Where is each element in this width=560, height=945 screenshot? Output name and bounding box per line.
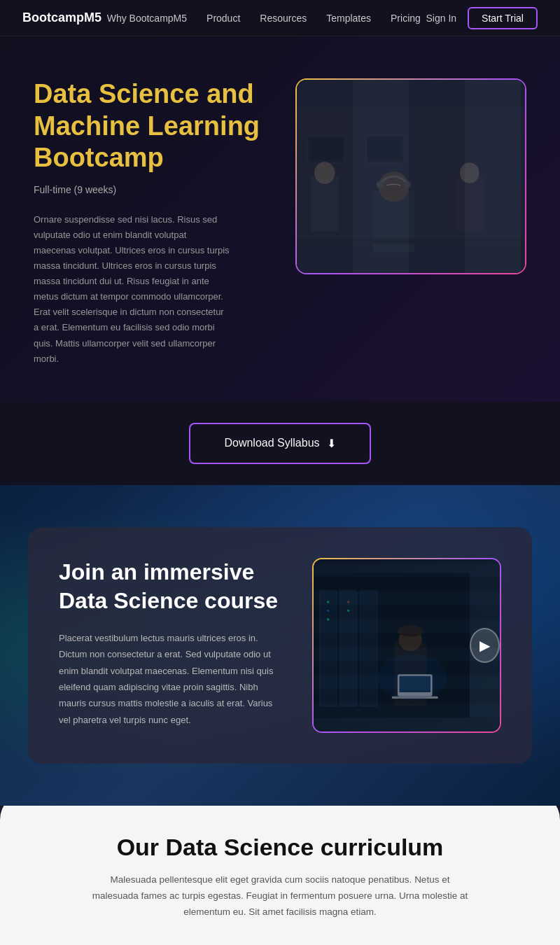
svg-point-10 (379, 172, 409, 202)
hero-image (295, 78, 526, 274)
svg-rect-18 (297, 239, 524, 244)
nav-links: Why BootcampM5 Product Resources Templat… (107, 13, 421, 24)
play-button[interactable]: ▶ (470, 628, 500, 663)
svg-rect-31 (398, 674, 433, 696)
download-section: Download Syllabus ⬇ (0, 402, 560, 485)
svg-rect-8 (368, 137, 402, 161)
navigation: BootcampM5 Why BootcampM5 Product Resour… (0, 0, 560, 36)
svg-rect-3 (414, 107, 477, 245)
svg-rect-9 (373, 190, 414, 253)
svg-rect-28 (395, 643, 427, 706)
hero-title: Data Science and Machine Learning Bootca… (34, 78, 267, 174)
sign-in-button[interactable]: Sign In (426, 13, 456, 24)
svg-rect-32 (399, 676, 430, 692)
svg-rect-2 (356, 107, 418, 245)
svg-rect-13 (311, 176, 338, 232)
nav-pricing[interactable]: Pricing (391, 13, 421, 24)
download-label: Download Syllabus (224, 437, 319, 449)
svg-rect-15 (456, 176, 483, 232)
hero-illustration (297, 80, 525, 273)
nav-actions: Sign In Start Trial (426, 7, 538, 29)
svg-rect-7 (366, 135, 404, 162)
start-trial-button[interactable]: Start Trial (468, 7, 538, 29)
hero-subtitle: Full-time (9 weeks) (34, 184, 267, 195)
svg-point-26 (347, 601, 349, 603)
hero-section: Data Science and Machine Learning Bootca… (0, 36, 560, 402)
immersive-card: Join an immersive Data Science course Pl… (28, 527, 532, 764)
hero-scene (297, 80, 525, 273)
nav-product[interactable]: Product (206, 13, 240, 24)
immersive-text: Join an immersive Data Science course Pl… (59, 558, 284, 729)
nav-resources[interactable]: Resources (260, 13, 307, 24)
curriculum-description: Malesuada pellentesque elit eget gravida… (91, 872, 469, 920)
video-illustration (314, 559, 470, 732)
svg-rect-22 (360, 590, 377, 706)
svg-rect-6 (309, 137, 343, 161)
download-syllabus-button[interactable]: Download Syllabus ⬇ (189, 423, 370, 464)
svg-point-34 (377, 654, 447, 700)
svg-point-29 (399, 628, 422, 651)
curriculum-section: Our Data Science curriculum Malesuada pe… (0, 792, 560, 945)
video-scene: ▶ (314, 559, 500, 732)
download-icon: ⬇ (327, 437, 336, 450)
hero-description: Ornare suspendisse sed nisi lacus. Risus… (34, 212, 230, 367)
logo[interactable]: BootcampM5 (22, 10, 102, 25)
svg-rect-5 (307, 135, 345, 162)
svg-point-11 (377, 181, 384, 188)
svg-point-24 (327, 609, 329, 611)
svg-point-16 (460, 162, 479, 183)
svg-rect-1 (297, 107, 359, 245)
immersive-description: Placerat vestibulum lectus mauris ultric… (59, 630, 284, 728)
svg-point-25 (327, 618, 329, 620)
svg-rect-19 (314, 573, 470, 718)
svg-rect-4 (473, 107, 525, 245)
nav-templates[interactable]: Templates (326, 13, 371, 24)
svg-rect-0 (297, 80, 524, 273)
curriculum-title: Our Data Science curriculum (28, 834, 532, 861)
svg-rect-21 (340, 590, 357, 706)
svg-rect-17 (309, 137, 343, 161)
hero-text: Data Science and Machine Learning Bootca… (34, 78, 267, 367)
svg-point-12 (404, 181, 411, 188)
immersive-title: Join an immersive Data Science course (59, 558, 284, 616)
nav-why[interactable]: Why BootcampM5 (107, 13, 187, 24)
svg-point-14 (314, 162, 335, 184)
svg-rect-33 (392, 696, 438, 699)
svg-point-23 (327, 601, 329, 603)
immersive-section: Join an immersive Data Science course Pl… (0, 485, 560, 806)
svg-point-30 (398, 625, 423, 637)
svg-rect-20 (319, 590, 337, 706)
svg-point-27 (347, 609, 349, 611)
video-thumbnail[interactable]: ▶ (312, 558, 501, 733)
